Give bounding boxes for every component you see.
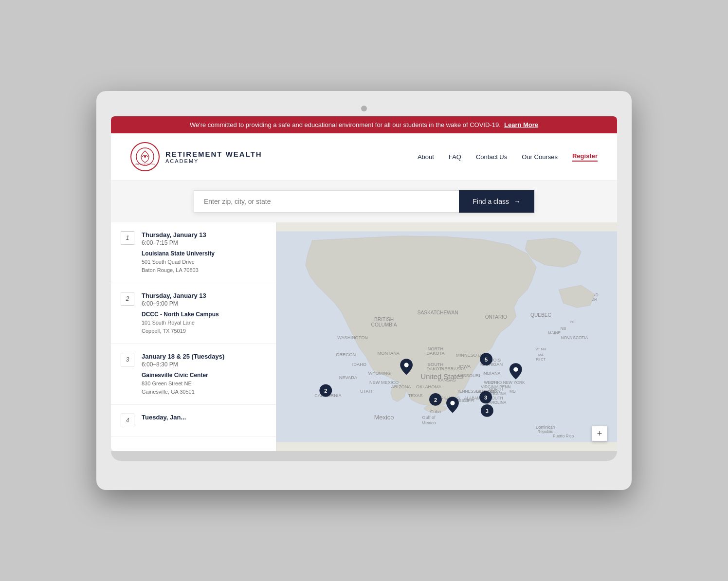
- main-content: 1 Thursday, January 13 6:00–7:15 PM Loui…: [111, 222, 617, 451]
- svg-text:United States: United States: [421, 373, 464, 381]
- svg-text:COLUMBIA: COLUMBIA: [371, 322, 397, 327]
- item-time-3: 6:00–8:30 PM: [142, 361, 266, 368]
- svg-text:NEVADA: NEVADA: [339, 376, 358, 381]
- find-class-button[interactable]: Find a class →: [459, 190, 534, 213]
- item-content-3: January 18 & 25 (Tuesdays) 6:00–8:30 PM …: [142, 353, 266, 396]
- map-cluster-3b[interactable]: 3: [481, 404, 493, 417]
- list-item[interactable]: 3 January 18 & 25 (Tuesdays) 6:00–8:30 P…: [111, 344, 276, 405]
- svg-text:WASHINGTON: WASHINGTON: [337, 335, 368, 340]
- svg-point-68: [513, 367, 518, 372]
- logo-subtitle: ACADEMY: [165, 158, 262, 164]
- zoom-in-icon: +: [597, 429, 602, 439]
- map-cluster-2b[interactable]: 2: [429, 393, 442, 406]
- map-zoom-in-button[interactable]: +: [592, 426, 607, 441]
- map-cluster-3a[interactable]: 3: [479, 391, 492, 403]
- svg-text:VT NH: VT NH: [535, 347, 546, 351]
- item-venue-2: DCCC - North Lake Campus: [142, 311, 266, 318]
- item-time-1: 6:00–7:15 PM: [142, 239, 266, 246]
- item-date-4: Tuesday, Jan...: [142, 414, 266, 421]
- svg-text:Dominican: Dominican: [536, 425, 555, 430]
- item-number-3: 3: [121, 353, 134, 366]
- svg-text:NEW MEXICO: NEW MEXICO: [369, 380, 399, 385]
- svg-text:NEBRASKA: NEBRASKA: [441, 366, 466, 371]
- item-address-2: 101 South Royal Lane Coppell, TX 75019: [142, 319, 266, 335]
- list-item[interactable]: 2 Thursday, January 13 6:00–9:00 PM DCCC…: [111, 283, 276, 344]
- svg-text:5: 5: [485, 357, 488, 363]
- svg-text:INDIANA: INDIANA: [482, 371, 501, 376]
- arrow-right-icon: →: [514, 198, 521, 205]
- laptop-screen: We're committed to providing a safe and …: [111, 116, 617, 451]
- svg-text:SASKATCHEWAN: SASKATCHEWAN: [418, 310, 458, 315]
- laptop-base: [111, 451, 617, 461]
- item-date-3: January 18 & 25 (Tuesdays): [142, 353, 266, 360]
- covid-banner: We're committed to providing a safe and …: [111, 116, 617, 133]
- banner-text: We're committed to providing a safe and …: [190, 121, 501, 128]
- nav-about[interactable]: About: [418, 153, 434, 161]
- map-panel: BRITISH COLUMBIA SASKATCHEWAN ONTARIO QU…: [276, 222, 617, 451]
- svg-text:VIRGINIA: VIRGINIA: [481, 385, 499, 389]
- svg-text:Republic: Republic: [538, 430, 553, 434]
- svg-text:SCIENTIA EST POTENTIA: SCIENTIA EST POTENTIA: [135, 163, 155, 165]
- svg-point-67: [404, 363, 409, 367]
- svg-text:3: 3: [484, 395, 487, 400]
- svg-text:Gulf of: Gulf of: [422, 415, 436, 420]
- svg-text:ONTARIO: ONTARIO: [485, 314, 507, 320]
- svg-text:OREGON: OREGON: [336, 352, 356, 357]
- item-address-1: 501 South Quad Drive Baton Rouge, LA 708…: [142, 258, 266, 274]
- nav-contact[interactable]: Contact Us: [476, 153, 507, 161]
- nav-register[interactable]: Register: [572, 152, 598, 162]
- svg-text:MINNESOTA: MINNESOTA: [456, 353, 483, 358]
- svg-text:NOVA SCOTIA: NOVA SCOTIA: [561, 336, 588, 340]
- svg-text:MAINE: MAINE: [548, 331, 561, 335]
- find-class-label: Find a class: [473, 198, 509, 205]
- svg-text:Mexico: Mexico: [374, 414, 394, 421]
- svg-text:TEXAS: TEXAS: [408, 393, 422, 398]
- svg-text:PE: PE: [570, 320, 575, 324]
- logo-area: SCIENTIA EST POTENTIA RETIREMENT WEALTH …: [130, 142, 262, 171]
- svg-text:2: 2: [324, 388, 327, 394]
- map-cluster-5[interactable]: 5: [480, 353, 492, 365]
- svg-text:BRITISH: BRITISH: [374, 317, 394, 322]
- svg-text:MA: MA: [538, 353, 544, 357]
- svg-text:OKLAHOMA: OKLAHOMA: [416, 384, 442, 389]
- svg-text:WEST: WEST: [484, 381, 495, 385]
- search-bar: Find a class →: [194, 190, 534, 213]
- svg-text:ARIZONA: ARIZONA: [391, 384, 412, 389]
- svg-text:WYOMING: WYOMING: [368, 371, 391, 376]
- item-address-3: 830 Green Street NE Gainesville, GA 3050…: [142, 380, 266, 396]
- svg-text:NEW YORK: NEW YORK: [503, 381, 525, 385]
- svg-text:IDAHO: IDAHO: [352, 362, 366, 367]
- site-header: SCIENTIA EST POTENTIA RETIREMENT WEALTH …: [111, 133, 617, 181]
- item-date-1: Thursday, January 13: [142, 231, 266, 238]
- logo-emblem-icon: SCIENTIA EST POTENTIA: [135, 147, 155, 166]
- item-content-4: Tuesday, Jan...: [142, 414, 266, 422]
- logo-title: RETIREMENT WEALTH: [165, 150, 262, 158]
- svg-text:UTAH: UTAH: [360, 389, 372, 394]
- svg-text:Mexico: Mexico: [422, 420, 436, 425]
- map-cluster-2a[interactable]: 2: [319, 384, 332, 397]
- nav-faq[interactable]: FAQ: [449, 153, 461, 161]
- svg-text:MONTANA: MONTANA: [378, 351, 400, 356]
- banner-link[interactable]: Learn More: [504, 121, 538, 128]
- search-section: Find a class →: [111, 181, 617, 222]
- svg-text:NB: NB: [561, 327, 566, 331]
- item-content-1: Thursday, January 13 6:00–7:15 PM Louisi…: [142, 231, 266, 274]
- item-venue-1: Louisiana State University: [142, 250, 266, 257]
- list-item[interactable]: 1 Thursday, January 13 6:00–7:15 PM Loui…: [111, 222, 276, 283]
- main-nav: About FAQ Contact Us Our Courses Registe…: [418, 152, 598, 162]
- laptop-camera: [361, 106, 367, 111]
- svg-point-1: [144, 156, 146, 158]
- class-list-panel: 1 Thursday, January 13 6:00–7:15 PM Loui…: [111, 222, 276, 451]
- svg-text:QUEBEC: QUEBEC: [530, 312, 551, 318]
- svg-point-75: [450, 401, 455, 405]
- svg-text:2: 2: [434, 397, 437, 403]
- logo-text-block: RETIREMENT WEALTH ACADEMY: [165, 150, 262, 164]
- search-input[interactable]: [194, 190, 459, 213]
- laptop-frame: We're committed to providing a safe and …: [96, 91, 632, 490]
- svg-text:3: 3: [486, 408, 489, 414]
- list-item[interactable]: 4 Tuesday, Jan...: [111, 405, 276, 436]
- svg-text:DAKOTA: DAKOTA: [426, 351, 445, 356]
- nav-courses[interactable]: Our Courses: [522, 153, 558, 161]
- item-content-2: Thursday, January 13 6:00–9:00 PM DCCC -…: [142, 292, 266, 335]
- item-number-2: 2: [121, 292, 134, 306]
